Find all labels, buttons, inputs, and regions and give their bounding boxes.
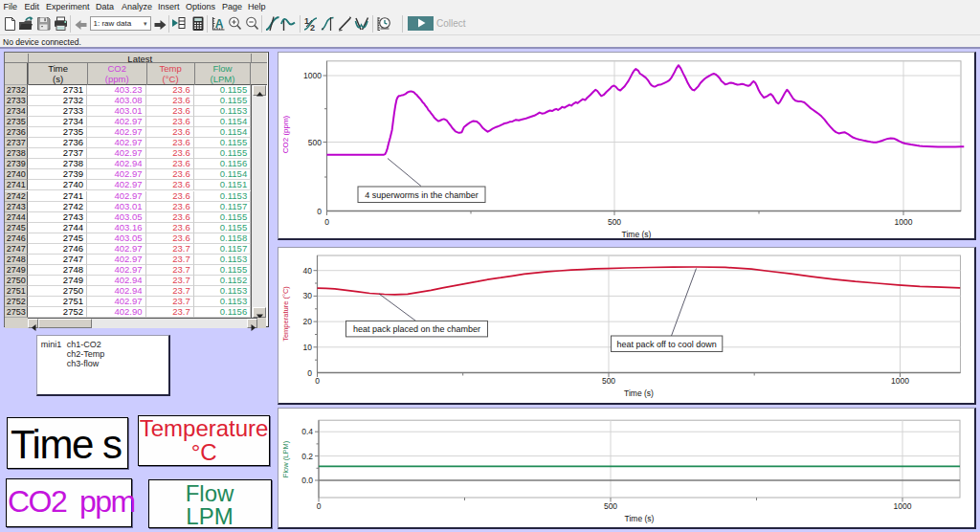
svg-text:0.4: 0.4: [301, 427, 313, 436]
svg-text:Flow (LPM): Flow (LPM): [281, 440, 290, 477]
svg-text:Time (s): Time (s): [624, 388, 654, 398]
svg-text:40: 40: [302, 266, 312, 276]
svg-text:1000: 1000: [303, 71, 322, 80]
svg-text:0.2: 0.2: [301, 451, 313, 460]
svg-text:500: 500: [608, 217, 621, 227]
svg-text:Time (s): Time (s): [622, 229, 652, 238]
svg-text:2: 2: [310, 23, 315, 32]
svg-text:CO2 (ppm): CO2 (ppm): [281, 115, 290, 153]
svg-text:Time (s): Time (s): [624, 514, 654, 523]
svg-text:heat pack placed on the chambe: heat pack placed on the chamber: [352, 324, 479, 334]
svg-text:4 superworms in the chamber: 4 superworms in the chamber: [365, 189, 479, 199]
svg-text:0: 0: [315, 376, 320, 386]
svg-text:0: 0: [324, 217, 329, 227]
svg-text:20: 20: [302, 317, 312, 326]
svg-text:0: 0: [317, 206, 322, 215]
svg-text:0.0: 0.0: [301, 476, 313, 485]
svg-text:500: 500: [308, 137, 322, 146]
svg-text:0: 0: [307, 368, 312, 378]
svg-text:500: 500: [603, 501, 616, 511]
svg-text:500: 500: [601, 376, 614, 386]
svg-text:1000: 1000: [891, 376, 909, 386]
svg-text:1000: 1000: [895, 217, 913, 227]
svg-text:1000: 1000: [893, 501, 911, 511]
svg-text:0: 0: [316, 501, 321, 511]
svg-text:A: A: [214, 17, 223, 31]
svg-text:Temperature (°C): Temperature (°C): [281, 286, 290, 342]
svg-text:30: 30: [302, 291, 312, 300]
svg-text:heat pack off to cool down: heat pack off to cool down: [616, 340, 716, 349]
svg-text:10: 10: [302, 343, 312, 352]
